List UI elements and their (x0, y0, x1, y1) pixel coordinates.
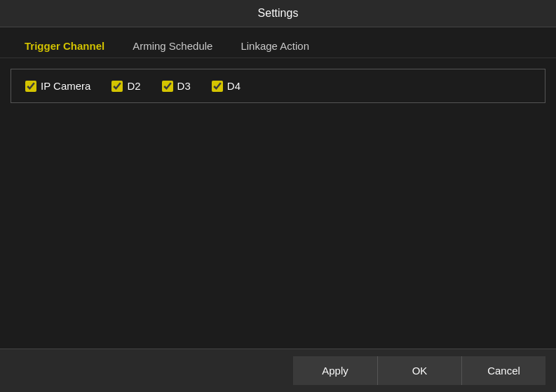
tab-trigger-channel[interactable]: Trigger Channel (11, 34, 118, 58)
channel-box: IP Camera D2 D3 D4 (11, 69, 545, 103)
apply-button[interactable]: Apply (293, 356, 377, 385)
label-ip-camera: IP Camera (41, 80, 90, 92)
content-area: IP Camera D2 D3 D4 (0, 58, 556, 349)
checkbox-ip-camera[interactable] (25, 81, 36, 92)
tab-arming-schedule[interactable]: Arming Schedule (118, 34, 226, 58)
label-d4: D4 (227, 80, 240, 92)
channel-d4[interactable]: D4 (212, 80, 240, 92)
checkbox-d4[interactable] (212, 81, 223, 92)
channel-d2[interactable]: D2 (111, 80, 140, 92)
ok-button[interactable]: OK (377, 356, 461, 385)
dialog-title: Settings (258, 7, 299, 19)
cancel-button[interactable]: Cancel (461, 356, 545, 385)
label-d2: D2 (127, 80, 140, 92)
footer: Apply OK Cancel (0, 349, 556, 392)
checkbox-d3[interactable] (162, 81, 173, 92)
channel-ip-camera[interactable]: IP Camera (25, 80, 90, 92)
tab-bar: Trigger Channel Arming Schedule Linkage … (0, 27, 556, 58)
label-d3: D3 (177, 80, 191, 92)
tab-linkage-action[interactable]: Linkage Action (226, 34, 323, 58)
settings-dialog: Settings Trigger Channel Arming Schedule… (0, 0, 556, 392)
title-bar: Settings (0, 0, 556, 27)
checkbox-d2[interactable] (111, 81, 123, 92)
channel-d3[interactable]: D3 (162, 80, 191, 92)
